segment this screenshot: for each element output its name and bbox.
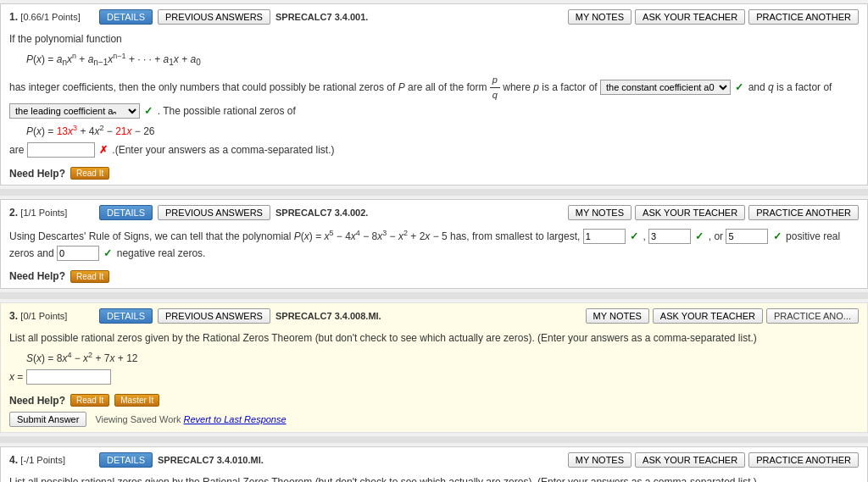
- q3-book-code: SPRECALC7 3.4.008.MI.: [275, 311, 381, 321]
- q3-submit-btn[interactable]: Submit Answer: [9, 412, 86, 427]
- q4-line1: List all possible rational zeros given b…: [9, 474, 859, 482]
- q1-previous-answers-btn[interactable]: PREVIOUS ANSWERS: [158, 9, 270, 25]
- q1-check1: ✓: [735, 81, 743, 93]
- q4-my-notes-btn[interactable]: MY NOTES: [568, 452, 632, 468]
- q3-need-help: Need Help? Read It Master It: [9, 394, 859, 407]
- q2-input2[interactable]: [648, 229, 691, 244]
- q4-header-right: MY NOTES ASK YOUR TEACHER PRACTICE ANOTH…: [568, 452, 859, 468]
- q2-content: Using Descartes' Rule of Signs, we can t…: [9, 225, 859, 264]
- q3-my-notes-btn[interactable]: MY NOTES: [586, 308, 649, 324]
- q2-practice-another-btn[interactable]: PRACTICE ANOTHER: [748, 205, 859, 220]
- q3-viewing-text: Viewing Saved Work Revert to Last Respon…: [95, 414, 286, 424]
- q1-practice-another-btn[interactable]: PRACTICE ANOTHER: [748, 9, 859, 25]
- question-2: 2. [1/1 Points] DETAILS PREVIOUS ANSWERS…: [0, 199, 868, 288]
- q4-practice-another-btn[interactable]: PRACTICE ANOTHER: [748, 452, 859, 468]
- q2-previous-answers-btn[interactable]: PREVIOUS ANSWERS: [158, 205, 270, 220]
- question-3-header: 3. [0/1 Points] DETAILS PREVIOUS ANSWERS…: [9, 308, 859, 324]
- q1-math2: P(x) = 13x3 + 4x2 − 21x − 26: [26, 122, 859, 140]
- q3-header-right: MY NOTES ASK YOUR TEACHER PRACTICE ANO..…: [586, 308, 859, 324]
- q2-read-it-btn[interactable]: Read It: [70, 270, 109, 283]
- q1-select2[interactable]: the leading coefficient aₙ the constant …: [9, 103, 140, 119]
- q1-math1: P(x) = anxn + an−1xn−1 + · · · + a1x + a…: [26, 50, 859, 69]
- q3-ask-teacher-btn[interactable]: ASK YOUR TEACHER: [653, 308, 763, 324]
- q4-ask-teacher-btn[interactable]: ASK YOUR TEACHER: [635, 452, 745, 468]
- q3-revert-link[interactable]: Revert to Last Response: [184, 414, 287, 424]
- q1-my-notes-btn[interactable]: MY NOTES: [568, 9, 632, 25]
- question-1: 1. [0.66/1 Points] DETAILS PREVIOUS ANSW…: [0, 3, 868, 186]
- q4-details-btn[interactable]: DETAILS: [99, 452, 153, 468]
- question-3-wrapper: 3. [0/1 Points] DETAILS PREVIOUS ANSWERS…: [0, 302, 868, 434]
- q3-submit-row: Submit Answer Viewing Saved Work Revert …: [9, 412, 859, 427]
- q1-book-code: SPRECALC7 3.4.001.: [275, 12, 368, 22]
- q3-math: S(x) = 8x4 − x2 + 7x + 12: [26, 349, 859, 367]
- q3-content: List all possible rational zeros given b…: [9, 329, 859, 390]
- q1-read-it-btn[interactable]: Read It: [70, 167, 109, 180]
- q2-line1: Using Descartes' Rule of Signs, we can t…: [9, 227, 859, 261]
- q2-check2: ✓: [695, 230, 704, 242]
- q1-content: If the polynomial function P(x) = anxn +…: [9, 30, 859, 162]
- q2-my-notes-btn[interactable]: MY NOTES: [568, 205, 632, 220]
- question-2-header: 2. [1/1 Points] DETAILS PREVIOUS ANSWERS…: [9, 205, 859, 220]
- divider-1: [0, 189, 868, 196]
- fraction-p-q: p q: [490, 73, 500, 103]
- q2-check4: ✓: [103, 247, 112, 259]
- q3-previous-answers-btn[interactable]: PREVIOUS ANSWERS: [158, 308, 270, 324]
- question-1-header: 1. [0.66/1 Points] DETAILS PREVIOUS ANSW…: [9, 9, 859, 25]
- q4-book-code: SPRECALC7 3.4.010.MI.: [158, 455, 264, 465]
- q1-ask-teacher-btn[interactable]: ASK YOUR TEACHER: [635, 9, 745, 25]
- q2-ask-teacher-btn[interactable]: ASK YOUR TEACHER: [635, 205, 745, 220]
- divider-3: [0, 436, 868, 443]
- q2-input3[interactable]: [726, 229, 768, 244]
- q1-cross: ✗: [99, 144, 108, 156]
- q3-number: 3. [0/1 Points]: [9, 310, 94, 322]
- q3-master-it-btn[interactable]: Master It: [114, 394, 159, 407]
- q2-header-right: MY NOTES ASK YOUR TEACHER PRACTICE ANOTH…: [568, 205, 859, 220]
- q1-line3: are ✗ .(Enter your answers as a comma-se…: [9, 142, 859, 158]
- q3-details-btn[interactable]: DETAILS: [99, 308, 153, 324]
- q2-need-help: Need Help? Read It: [9, 270, 859, 283]
- q2-check1: ✓: [630, 230, 638, 242]
- q3-answer-input[interactable]: [26, 369, 111, 385]
- q4-number: 4. [-/1 Points]: [9, 454, 94, 466]
- q1-select1[interactable]: the constant coefficient a0 the leading …: [600, 80, 731, 95]
- q3-read-it-btn[interactable]: Read It: [70, 394, 109, 407]
- q2-details-btn[interactable]: DETAILS: [99, 205, 153, 220]
- question-3: 3. [0/1 Points] DETAILS PREVIOUS ANSWERS…: [0, 302, 868, 434]
- q1-check2: ✓: [144, 105, 153, 117]
- q3-line1: List all possible rational zeros given b…: [9, 330, 859, 346]
- q4-content: List all possible rational zeros given b…: [9, 473, 859, 482]
- q2-input1[interactable]: [583, 229, 626, 244]
- q1-number: 1. [0.66/1 Points]: [9, 11, 94, 23]
- q1-header-right: MY NOTES ASK YOUR TEACHER PRACTICE ANOTH…: [568, 9, 859, 25]
- q1-line2: has integer coefficients, then the only …: [9, 73, 859, 119]
- q3-practice-another-btn[interactable]: PRACTICE ANO...: [766, 308, 859, 324]
- question-4-header: 4. [-/1 Points] DETAILS SPRECALC7 3.4.01…: [9, 452, 859, 468]
- q3-input-row: x =: [9, 369, 859, 385]
- q2-input4[interactable]: [57, 246, 99, 261]
- question-4: 4. [-/1 Points] DETAILS SPRECALC7 3.4.01…: [0, 446, 868, 482]
- q2-book-code: SPRECALC7 3.4.002.: [275, 208, 368, 218]
- q1-intro: If the polynomial function: [9, 31, 859, 47]
- q2-check3: ✓: [773, 230, 782, 242]
- q1-details-btn[interactable]: DETAILS: [99, 9, 153, 25]
- q1-answer-input[interactable]: [27, 142, 95, 158]
- page-wrapper: 1. [0.66/1 Points] DETAILS PREVIOUS ANSW…: [0, 3, 868, 482]
- q1-need-help: Need Help? Read It: [9, 167, 859, 180]
- q2-number: 2. [1/1 Points]: [9, 207, 94, 219]
- divider-2: [0, 292, 868, 299]
